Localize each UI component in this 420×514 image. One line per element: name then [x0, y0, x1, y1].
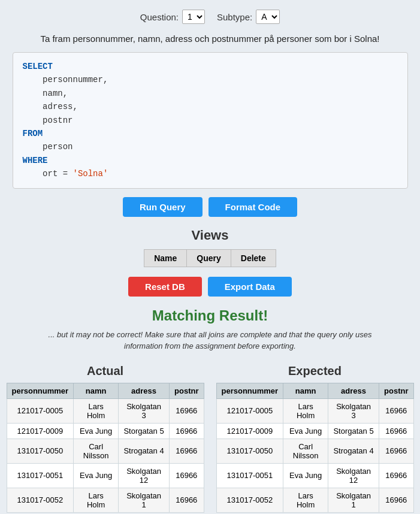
- table-row: 121017-0009Eva JungStorgatan 516966: [216, 423, 413, 439]
- views-table: Name Query Delete: [144, 249, 276, 267]
- table-cell: Skolgatan 12: [119, 463, 170, 488]
- reset-db-button[interactable]: Reset DB: [128, 277, 202, 297]
- subtype-label: Subtype:: [217, 12, 252, 22]
- tables-container: Actual personnummernamnadresspostnr 1210…: [7, 364, 414, 513]
- table-cell: Lars Holm: [283, 398, 328, 423]
- table-row: 131017-0052Lars HolmSkolgatan 116966: [7, 488, 204, 512]
- db-buttons: Reset DB Export Data: [128, 277, 292, 297]
- table-cell: Eva Jung: [74, 463, 119, 488]
- table-row: 121017-0005Lars HolmSkolgatan 316966: [216, 398, 413, 423]
- matching-result-title: Matching Result!: [152, 307, 268, 324]
- top-controls: Question: 1 Subtype: A: [140, 10, 280, 24]
- table-cell: 121017-0005: [7, 398, 74, 423]
- table-cell: Eva Jung: [283, 423, 328, 439]
- table-cell: Lars Holm: [74, 488, 119, 512]
- table-cell: 16966: [379, 398, 413, 423]
- table-cell: Carl Nilsson: [74, 439, 119, 463]
- table-cell: 131017-0050: [7, 439, 74, 463]
- question-select[interactable]: 1: [182, 10, 205, 24]
- table-cell: 16966: [379, 488, 413, 512]
- run-query-button[interactable]: Run Query: [123, 197, 203, 217]
- table-cell: Lars Holm: [74, 398, 119, 423]
- table-cell: Strogatan 4: [328, 439, 379, 463]
- expected-col-personnummer: personnummer: [216, 383, 283, 398]
- table-cell: 16966: [379, 463, 413, 488]
- code-editor[interactable]: SELECT personnummer, namn, adress, postn…: [13, 52, 408, 189]
- table-cell: Storgatan 5: [119, 423, 170, 439]
- subtype-group: Subtype: A: [217, 10, 280, 24]
- export-data-button[interactable]: Export Data: [208, 277, 292, 297]
- table-cell: 131017-0052: [7, 488, 74, 512]
- table-cell: 131017-0051: [7, 463, 74, 488]
- code-col1: personnummer,: [23, 75, 108, 84]
- question-group: Question: 1: [140, 10, 205, 24]
- table-cell: Skolgatan 1: [328, 488, 379, 512]
- table-cell: 16966: [170, 463, 204, 488]
- table-row: 131017-0052Lars HolmSkolgatan 116966: [216, 488, 413, 512]
- actual-section: Actual personnummernamnadresspostnr 1210…: [7, 364, 204, 513]
- question-label: Question:: [140, 12, 179, 22]
- code-table: person: [23, 142, 73, 152]
- table-row: 121017-0009Eva JungStorgatan 516966: [7, 423, 204, 439]
- table-cell: Skolgatan 12: [328, 463, 379, 488]
- views-col-delete: Delete: [231, 249, 276, 267]
- table-cell: 131017-0051: [216, 463, 283, 488]
- table-cell: 131017-0050: [216, 439, 283, 463]
- code-col3: adress,: [23, 102, 78, 111]
- table-cell: 16966: [379, 439, 413, 463]
- expected-col-namn: namn: [283, 383, 328, 398]
- table-cell: Skolgatan 3: [119, 398, 170, 423]
- actual-heading: Actual: [7, 364, 204, 378]
- table-cell: Lars Holm: [283, 488, 328, 512]
- table-row: 131017-0051Eva JungSkolgatan 1216966: [216, 463, 413, 488]
- table-cell: 16966: [170, 439, 204, 463]
- table-row: 121017-0005Lars HolmSkolgatan 316966: [7, 398, 204, 423]
- table-cell: Storgatan 5: [328, 423, 379, 439]
- views-title: Views: [192, 228, 229, 243]
- table-row: 131017-0051Eva JungSkolgatan 1216966: [7, 463, 204, 488]
- table-cell: 16966: [170, 423, 204, 439]
- table-cell: 121017-0009: [7, 423, 74, 439]
- expected-col-postnr: postnr: [379, 383, 413, 398]
- code-where-cond: ort = 'Solna': [23, 169, 108, 179]
- actual-table: personnummernamnadresspostnr 121017-0005…: [7, 383, 204, 513]
- views-col-name: Name: [144, 249, 187, 267]
- code-select-kw: SELECT: [23, 62, 53, 71]
- code-from-kw: FROM: [23, 129, 43, 138]
- table-cell: Eva Jung: [74, 423, 119, 439]
- table-cell: 121017-0009: [216, 423, 283, 439]
- table-cell: Skolgatan 3: [328, 398, 379, 423]
- subtype-select[interactable]: A: [256, 10, 280, 24]
- actual-col-personnummer: personnummer: [7, 383, 74, 398]
- table-cell: 16966: [170, 398, 204, 423]
- table-cell: 131017-0052: [216, 488, 283, 512]
- query-buttons: Run Query Format Code: [123, 197, 297, 217]
- expected-table: personnummernamnadresspostnr 121017-0005…: [216, 383, 414, 513]
- code-col2: namn,: [23, 89, 68, 98]
- table-row: 131017-0050Carl NilssonStrogatan 416966: [216, 439, 413, 463]
- table-cell: Carl Nilsson: [283, 439, 328, 463]
- expected-heading: Expected: [216, 364, 414, 378]
- views-col-query: Query: [187, 249, 231, 267]
- code-col4: postnr: [23, 116, 73, 125]
- actual-col-namn: namn: [74, 383, 119, 398]
- table-cell: Skolgatan 1: [119, 488, 170, 512]
- table-cell: Eva Jung: [283, 463, 328, 488]
- code-where-kw: WHERE: [23, 156, 48, 165]
- assignment-text: Ta fram personnummer, namn, adress och p…: [28, 34, 391, 44]
- table-cell: 16966: [379, 423, 413, 439]
- expected-section: Expected personnummernamnadresspostnr 12…: [216, 364, 414, 513]
- expected-col-adress: adress: [328, 383, 379, 398]
- table-cell: 16966: [170, 488, 204, 512]
- actual-col-adress: adress: [119, 383, 170, 398]
- table-cell: 121017-0005: [216, 398, 283, 423]
- warning-text: ... but it may not be correct! Make sure…: [31, 329, 390, 352]
- format-code-button[interactable]: Format Code: [209, 197, 298, 217]
- table-cell: Strogatan 4: [119, 439, 170, 463]
- code-string-val: 'Solna': [73, 169, 108, 179]
- table-row: 131017-0050Carl NilssonStrogatan 416966: [7, 439, 204, 463]
- actual-col-postnr: postnr: [170, 383, 204, 398]
